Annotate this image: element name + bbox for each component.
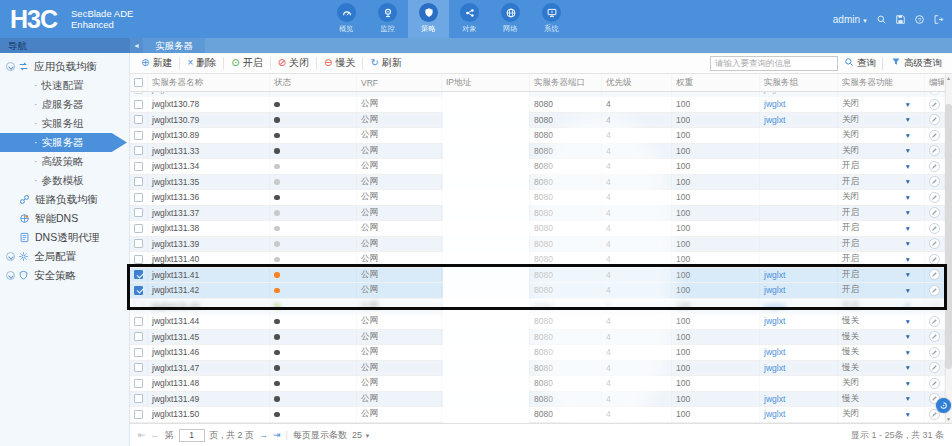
- column-header-status[interactable]: 状态: [270, 74, 357, 91]
- scroll-up-icon[interactable]: ▲: [945, 74, 952, 82]
- function-dropdown-caret[interactable]: ▼: [905, 225, 911, 232]
- column-header-group[interactable]: 实服务组: [760, 74, 838, 91]
- edit-button[interactable]: [929, 207, 940, 218]
- row-checkbox[interactable]: [134, 177, 143, 186]
- column-header-name[interactable]: 实服务器名称: [148, 74, 270, 91]
- sidebar-item-real-server[interactable]: ·实服务器: [0, 133, 127, 152]
- row-checkbox[interactable]: [134, 255, 143, 264]
- expand-icon[interactable]: [6, 252, 15, 261]
- edit-button[interactable]: [929, 362, 940, 373]
- row-checkbox[interactable]: [134, 92, 143, 94]
- table-row[interactable]: jwglxt131.40公网80804100开启▼: [130, 252, 952, 268]
- prev-page-button[interactable]: ←: [151, 430, 160, 440]
- disable-button[interactable]: ⊘ 关闭: [271, 57, 317, 70]
- function-dropdown-caret[interactable]: ▼: [905, 318, 911, 325]
- sidebar-item-smart-dns[interactable]: 智能DNS: [0, 209, 129, 228]
- search-icon[interactable]: [876, 14, 887, 25]
- search-button[interactable]: 查询: [844, 57, 876, 70]
- edit-button[interactable]: [929, 238, 940, 249]
- sidebar-item-param-template[interactable]: ·参数模板: [0, 171, 129, 190]
- table-row[interactable]: jwglxt131.49公网80804100jwglxt慢关▼: [130, 392, 952, 408]
- group-link[interactable]: jwglxt: [764, 115, 785, 125]
- save-icon[interactable]: [895, 14, 906, 25]
- nav-tab-system[interactable]: 系统: [531, 0, 572, 38]
- edit-button[interactable]: [929, 347, 940, 358]
- sidebar-collapse-button[interactable]: ◄: [130, 38, 143, 53]
- sidebar-item-advanced-policy[interactable]: ·高级策略: [0, 152, 129, 171]
- nav-tab-object[interactable]: 对象: [449, 0, 490, 38]
- edit-button[interactable]: [929, 99, 940, 110]
- nav-tab-monitor[interactable]: 监控: [367, 0, 408, 38]
- function-dropdown-caret[interactable]: ▼: [905, 163, 911, 170]
- column-header-vrf[interactable]: VRF: [357, 74, 442, 91]
- table-row[interactable]: jwglxt131.36公网80804100关闭▼: [130, 190, 952, 206]
- row-checkbox[interactable]: [134, 270, 143, 279]
- row-checkbox[interactable]: [134, 317, 143, 326]
- table-row[interactable]: jwglxt130.79公网80804100jwglxt关闭▼: [130, 113, 952, 129]
- delete-button[interactable]: × 删除: [180, 57, 224, 70]
- table-row[interactable]: jwglxt130.78公网80804100jwglxt关闭▼: [130, 97, 952, 113]
- function-dropdown-caret[interactable]: ▼: [905, 333, 911, 340]
- function-dropdown-caret[interactable]: ▼: [905, 256, 911, 263]
- sidebar-item-security-policy[interactable]: 安全策略: [0, 266, 129, 285]
- edit-button[interactable]: [929, 331, 940, 342]
- nav-tab-policy[interactable]: 策略: [408, 0, 449, 38]
- row-checkbox[interactable]: [134, 115, 143, 124]
- edit-button[interactable]: [929, 176, 940, 187]
- group-link[interactable]: jwglxt: [764, 99, 785, 109]
- function-dropdown-caret[interactable]: ▼: [905, 132, 911, 139]
- sidebar-item-quick-config[interactable]: ·快速配置: [0, 76, 129, 95]
- column-header-edit[interactable]: 编辑: [925, 74, 945, 91]
- table-row[interactable]: jwglxt131.48公网80804100关闭▼: [130, 376, 952, 392]
- table-row[interactable]: jwglxt131.46公网80804100jwglxt慢关▼: [130, 345, 952, 361]
- floating-assistant-button[interactable]: [936, 398, 951, 413]
- function-dropdown-caret[interactable]: ▼: [905, 116, 911, 123]
- per-page-select[interactable]: 25 ▼: [352, 430, 370, 440]
- scrollbar-thumb[interactable]: [945, 104, 952, 369]
- edit-button[interactable]: [929, 92, 940, 95]
- search-input[interactable]: [710, 56, 838, 71]
- function-dropdown-caret[interactable]: ▼: [905, 147, 911, 154]
- group-link[interactable]: jwglxt: [764, 270, 785, 280]
- refresh-button[interactable]: ↻ 刷新: [363, 57, 408, 70]
- function-dropdown-caret[interactable]: ▼: [905, 302, 911, 309]
- table-row[interactable]: jwglxt131.42公网80804100jwglxt开启▼: [130, 283, 952, 299]
- sidebar-item-global-config[interactable]: 全局配置: [0, 247, 129, 266]
- table-row[interactable]: jwglxt131.35公网80804100开启▼: [130, 175, 952, 191]
- group-link[interactable]: jwglxt: [764, 409, 785, 419]
- sidebar-item-virtual-server[interactable]: ·虚服务器: [0, 95, 129, 114]
- edit-button[interactable]: [929, 316, 940, 327]
- edit-button[interactable]: [929, 130, 940, 141]
- edit-button[interactable]: [929, 285, 940, 296]
- edit-button[interactable]: [929, 223, 940, 234]
- page-number-input[interactable]: [179, 429, 205, 442]
- row-checkbox[interactable]: [134, 131, 143, 140]
- edit-button[interactable]: [929, 145, 940, 156]
- select-all-checkbox[interactable]: [134, 78, 143, 87]
- logout-icon[interactable]: [933, 14, 944, 25]
- row-checkbox[interactable]: [134, 193, 143, 202]
- enable-button[interactable]: ⊙ 开启: [224, 57, 270, 70]
- edit-button[interactable]: [929, 161, 940, 172]
- scroll-down-icon[interactable]: ▼: [945, 415, 952, 423]
- group-link[interactable]: jwglxt: [764, 301, 785, 311]
- edit-button[interactable]: [929, 300, 940, 311]
- sidebar-item-dns-proxy[interactable]: DNS透明代理: [0, 228, 129, 247]
- edit-button[interactable]: [929, 269, 940, 280]
- row-checkbox[interactable]: [134, 363, 143, 372]
- function-dropdown-caret[interactable]: ▼: [905, 194, 911, 201]
- table-row[interactable]: jwglxt131.38公网80804100开启▼: [130, 221, 952, 237]
- function-dropdown-caret[interactable]: ▼: [905, 364, 911, 371]
- table-row[interactable]: jwglxt131.34公网80804100开启▼: [130, 159, 952, 175]
- function-dropdown-caret[interactable]: ▼: [905, 287, 911, 294]
- table-row[interactable]: jwglxt131.45公网80804100慢关▼: [130, 330, 952, 346]
- row-checkbox[interactable]: [134, 379, 143, 388]
- table-row[interactable]: jwglxt131.37公网80804100开启▼: [130, 206, 952, 222]
- column-header-weight[interactable]: 权重: [672, 74, 760, 91]
- expand-icon[interactable]: [6, 271, 15, 280]
- function-dropdown-caret[interactable]: ▼: [905, 101, 911, 108]
- create-button[interactable]: ⊕ 新建: [134, 57, 180, 70]
- row-checkbox[interactable]: [134, 348, 143, 357]
- row-checkbox[interactable]: [134, 286, 143, 295]
- group-link[interactable]: jwglxt: [764, 363, 785, 373]
